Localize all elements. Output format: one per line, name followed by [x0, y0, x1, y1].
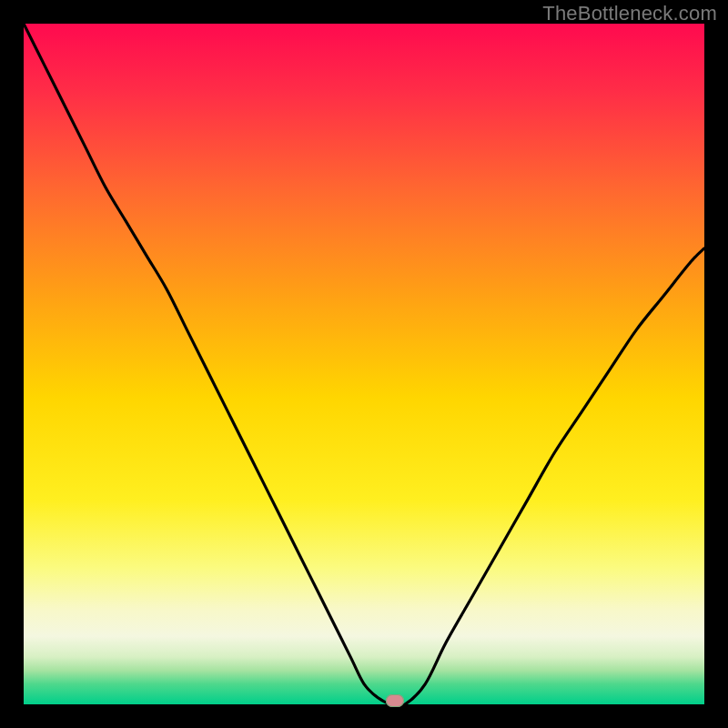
optimal-point-marker [386, 694, 404, 707]
plot-area [24, 24, 704, 704]
chart-frame: TheBottleneck.com [0, 0, 728, 728]
bottleneck-curve [24, 24, 704, 704]
branding-watermark: TheBottleneck.com [542, 2, 717, 25]
curve-path [24, 24, 704, 704]
